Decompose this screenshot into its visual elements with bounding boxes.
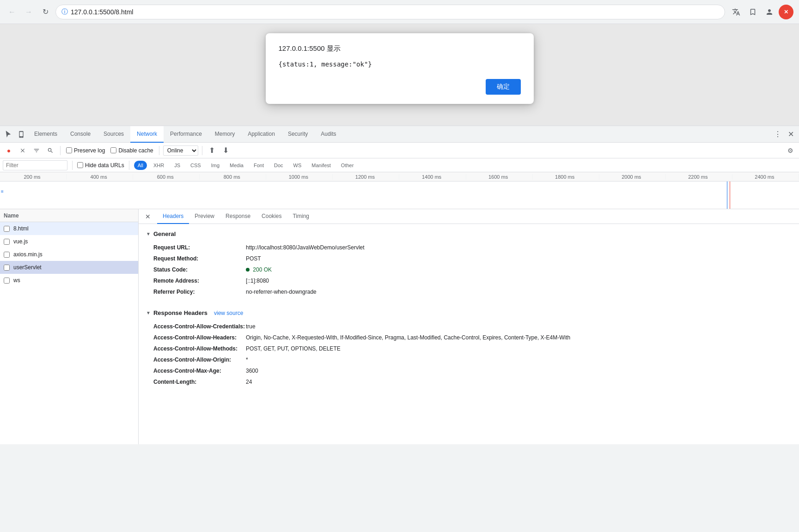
timeline-label-1800: 1800 ms	[533, 174, 599, 180]
devtools-tabbar: Elements Console Sources Network Perform…	[0, 126, 799, 143]
bookmark-icon	[749, 8, 757, 16]
alert-ok-button[interactable]: 确定	[486, 79, 521, 95]
general-section: ▼ General Request URL: http://localhost:…	[139, 224, 799, 303]
tab-application[interactable]: Application	[241, 126, 281, 143]
request-method-value: POST	[246, 254, 261, 263]
address-bar[interactable]: ⓘ 127.0.0.1:5500/8.html	[55, 5, 725, 19]
filter-type-js[interactable]: JS	[171, 161, 184, 170]
filter-type-all[interactable]: All	[134, 161, 147, 170]
header-value-allow-headers: Origin, No-Cache, X-Requested-With, If-M…	[246, 333, 570, 342]
file-checkbox-userservlet[interactable]	[4, 265, 10, 271]
filter-type-manifest[interactable]: Manifest	[308, 161, 335, 170]
preserve-log-label[interactable]: Preserve log	[74, 147, 105, 154]
status-code-key: Status Code:	[153, 266, 246, 274]
detail-tab-cookies[interactable]: Cookies	[256, 209, 287, 224]
download-btn[interactable]: ⬇	[220, 145, 232, 157]
tab-network[interactable]: Network	[130, 126, 164, 143]
bookmark-icon-btn[interactable]	[745, 5, 760, 19]
list-item-ws[interactable]: ws	[0, 274, 138, 287]
tab-security[interactable]: Security	[281, 126, 314, 143]
filter-type-media[interactable]: Media	[226, 161, 247, 170]
select-element-tool-btn[interactable]	[2, 128, 15, 141]
list-item-8html[interactable]: 8.html	[0, 222, 138, 235]
timeline-label-400: 400 ms	[67, 174, 133, 180]
filter-sep	[72, 161, 73, 170]
filter-type-other[interactable]: Other	[337, 161, 358, 170]
header-row-allow-origin: Access-Control-Allow-Origin: *	[153, 354, 792, 365]
detail-tab-headers[interactable]: Headers	[157, 209, 189, 224]
separator-2	[159, 146, 159, 155]
filter-type-css[interactable]: CSS	[187, 161, 205, 170]
upload-btn[interactable]: ⬆	[206, 145, 218, 157]
detail-close-btn[interactable]: ✕	[142, 211, 153, 222]
header-value-allow-origin: *	[246, 356, 248, 364]
devtools-close-btn[interactable]: ✕	[784, 128, 797, 141]
list-item-userservlet[interactable]: userServlet	[0, 261, 138, 274]
search-network-btn[interactable]	[44, 145, 56, 157]
list-item-vuejs[interactable]: vue.js	[0, 235, 138, 248]
hide-data-url-checkbox[interactable]	[77, 162, 83, 168]
tab-sources[interactable]: Sources	[97, 126, 130, 143]
response-headers-section: ▼ Response Headers view source Access-Co…	[139, 303, 799, 393]
disable-cache-group: Disable cache	[110, 147, 153, 154]
filter-type-ws[interactable]: WS	[290, 161, 305, 170]
reload-button[interactable]: ↻	[39, 6, 52, 18]
translate-icon-btn[interactable]	[729, 5, 744, 19]
hide-data-url-label[interactable]: Hide data URLs	[85, 162, 124, 169]
request-method-row: Request Method: POST	[153, 253, 792, 264]
filter-type-font[interactable]: Font	[250, 161, 268, 170]
header-row-allow-headers: Access-Control-Allow-Headers: Origin, No…	[153, 332, 792, 343]
tab-elements[interactable]: Elements	[28, 126, 64, 143]
extension-icon-btn[interactable]: ✕	[779, 5, 793, 19]
header-row-credentials: Access-Control-Allow-Credentials: true	[153, 321, 792, 332]
view-source-link[interactable]: view source	[214, 310, 243, 316]
forward-button[interactable]: →	[22, 6, 35, 18]
clear-btn[interactable]	[17, 145, 29, 157]
translate-icon	[732, 8, 740, 16]
file-checkbox-axiosminjs[interactable]	[4, 252, 10, 258]
general-section-header[interactable]: ▼ General	[146, 228, 792, 240]
settings-btn[interactable]: ⚙	[784, 145, 796, 157]
list-item-axiosminjs[interactable]: axios.min.js	[0, 248, 138, 261]
remote-address-value: [::1]:8080	[246, 277, 269, 285]
status-code-row: Status Code: 200 OK	[153, 264, 792, 275]
header-key-allow-origin: Access-Control-Allow-Origin:	[153, 356, 246, 364]
device-toolbar-btn[interactable]	[15, 128, 28, 141]
filter-input[interactable]	[3, 160, 67, 170]
file-checkbox-ws[interactable]	[4, 278, 10, 284]
file-checkbox-vuejs[interactable]	[4, 239, 10, 245]
remote-address-key: Remote Address:	[153, 277, 246, 285]
timeline: 200 ms 400 ms 600 ms 800 ms 1000 ms 1200…	[0, 172, 799, 209]
preserve-log-checkbox[interactable]	[66, 147, 72, 153]
detail-tab-preview[interactable]: Preview	[189, 209, 220, 224]
disable-cache-checkbox[interactable]	[110, 147, 116, 153]
response-headers-content: Access-Control-Allow-Credentials: true A…	[146, 319, 792, 389]
header-value-allow-methods: POST, GET, PUT, OPTIONS, DELETE	[246, 345, 341, 353]
response-headers-header[interactable]: ▼ Response Headers view source	[146, 307, 792, 319]
detail-tab-timing[interactable]: Timing	[287, 209, 315, 224]
separator-1	[60, 146, 61, 155]
header-value-credentials: true	[246, 322, 256, 331]
tab-console[interactable]: Console	[64, 126, 97, 143]
request-url-value: http://localhost:8080/JavaWebDemo/userSe…	[246, 243, 365, 252]
detail-tab-response[interactable]: Response	[220, 209, 256, 224]
devtools-more-btn[interactable]: ⋮	[771, 128, 784, 141]
filter-btn[interactable]	[30, 145, 43, 157]
timeline-label-1000: 1000 ms	[266, 174, 333, 180]
timeline-label-600: 600 ms	[133, 174, 200, 180]
disable-cache-label[interactable]: Disable cache	[118, 147, 153, 154]
tab-memory[interactable]: Memory	[208, 126, 241, 143]
throttle-select[interactable]: Online Fast 3G Slow 3G Offline	[163, 145, 198, 156]
header-value-content-length: 24	[246, 378, 252, 386]
back-button[interactable]: ←	[6, 6, 18, 18]
detail-tabs: ✕ Headers Preview Response Cookies Timin…	[139, 209, 799, 224]
timeline-body: ≡	[0, 181, 799, 209]
filter-type-img[interactable]: Img	[207, 161, 223, 170]
filter-type-doc[interactable]: Doc	[270, 161, 287, 170]
filter-type-xhr[interactable]: XHR	[150, 161, 168, 170]
profile-icon-btn[interactable]	[762, 5, 777, 19]
tab-performance[interactable]: Performance	[164, 126, 208, 143]
file-checkbox-8html[interactable]	[4, 226, 10, 232]
tab-audits[interactable]: Audits	[314, 126, 342, 143]
record-btn[interactable]: ●	[3, 145, 15, 157]
